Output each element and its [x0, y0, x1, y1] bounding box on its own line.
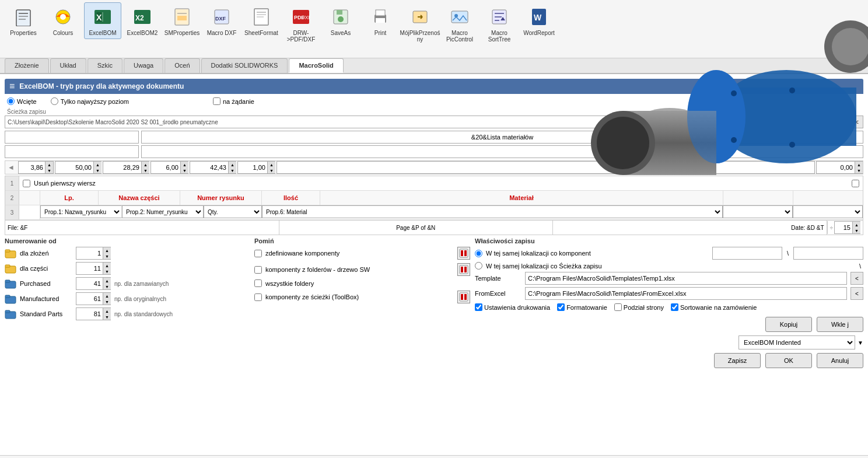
spin-input-8[interactable] — [817, 162, 855, 173]
check-sort-input[interactable] — [671, 303, 678, 311]
num-purchased-up[interactable]: ▲ — [103, 278, 111, 284]
tab-zlozenie[interactable]: Złożenie — [5, 58, 49, 73]
spin-2-down[interactable]: ▼ — [93, 167, 102, 173]
num-standard-down[interactable]: ▼ — [103, 314, 111, 320]
pomij-btn-1[interactable] — [457, 263, 470, 276]
spin-8-up[interactable]: ▲ — [855, 162, 863, 167]
spin-8-down[interactable]: ▼ — [855, 167, 863, 173]
zapisz-btn[interactable]: Zapisz — [714, 353, 761, 368]
radio-najwyzszy[interactable] — [51, 97, 58, 105]
check-zadanie[interactable] — [213, 97, 220, 105]
toolbar-smproperties[interactable]: SMProperties — [163, 2, 201, 39]
check-format-input[interactable] — [557, 303, 565, 311]
wklej-btn[interactable]: Wkle j — [817, 317, 863, 332]
tab-ocen[interactable]: Oceń — [164, 58, 200, 73]
loc1-input1[interactable] — [712, 247, 782, 260]
spin-6-down[interactable]: ▼ — [267, 167, 275, 173]
pomij-btn-3[interactable] — [457, 291, 470, 303]
spin-3-down[interactable]: ▼ — [141, 167, 149, 173]
spin-3-up[interactable]: ▲ — [141, 162, 149, 167]
spin-input-5[interactable] — [190, 162, 228, 173]
pomij-check-0[interactable] — [254, 250, 262, 257]
num-zlozen-down[interactable]: ▼ — [103, 253, 111, 259]
toolbar-macro-sort[interactable]: Macro SortTree — [481, 2, 518, 46]
num-czesci-up[interactable]: ▲ — [103, 263, 111, 268]
fromexcel-input[interactable] — [525, 287, 847, 300]
toolbar-macro-pic[interactable]: Macro PicControl — [441, 2, 478, 46]
spin-4-down[interactable]: ▼ — [180, 167, 188, 173]
spin-5-down[interactable]: ▼ — [228, 167, 236, 173]
toolbar-colours[interactable]: Colours — [44, 2, 82, 39]
row3-material[interactable]: Prop.6: Material — [262, 205, 723, 218]
spin-input-2[interactable] — [55, 162, 93, 173]
tab-uwaga[interactable]: Uwaga — [124, 58, 163, 73]
check-druk-input[interactable] — [475, 303, 482, 311]
check-podzial-input[interactable] — [614, 303, 622, 311]
num-purchased-input[interactable] — [76, 278, 103, 289]
format-input-3[interactable] — [5, 145, 139, 158]
row3-qty[interactable]: Qty. — [204, 205, 262, 218]
num-manufactured-input[interactable] — [76, 293, 103, 305]
toolbar-saveas[interactable]: SaveAs — [322, 2, 359, 39]
tab-dodatki[interactable]: Dodatki SOLIDWORKS — [201, 58, 288, 73]
num-standard-up[interactable]: ▲ — [103, 308, 111, 314]
format-input-title[interactable] — [141, 131, 863, 144]
toolbar-properties[interactable]: Properties — [5, 2, 42, 39]
toolbar-excelbom[interactable]: X ExcelBOM — [84, 2, 121, 39]
pomij-check-1[interactable] — [254, 266, 262, 274]
spin-4-up[interactable]: ▲ — [180, 162, 188, 167]
tab-uklad[interactable]: Układ — [50, 58, 86, 73]
num-czesci-down[interactable]: ▼ — [103, 268, 111, 274]
pomij-check-3[interactable] — [254, 293, 262, 301]
template-browse-btn[interactable]: < — [850, 272, 863, 285]
path-browse-btn[interactable]: < — [850, 116, 863, 128]
toolbar-drw-pdf[interactable]: PDFDXF DRW->PDF/DXF — [282, 2, 320, 46]
num-manufactured-down[interactable]: ▼ — [103, 299, 111, 305]
row1-checkbox-right[interactable] — [852, 180, 859, 187]
pomij-btn-0[interactable] — [457, 247, 470, 260]
num-czesci-input[interactable] — [76, 263, 103, 274]
toolbar-mojplik[interactable]: MójPlikPrzenoś ny — [401, 2, 439, 46]
num-zlozen-input[interactable] — [76, 247, 103, 259]
radio-wciete[interactable] — [7, 97, 15, 105]
toolbar-wordreport[interactable]: W WordReport — [520, 2, 558, 39]
ok-btn[interactable]: OK — [765, 353, 812, 368]
row3-extra2[interactable] — [793, 205, 863, 218]
spin-input-1[interactable] — [19, 162, 45, 173]
format-input-1[interactable] — [5, 131, 139, 144]
num-manufactured-up[interactable]: ▲ — [103, 293, 111, 299]
kopiuj-btn[interactable]: Kopiuj — [765, 317, 812, 332]
format-input-4[interactable] — [141, 145, 863, 158]
pf-num-up[interactable]: ▲ — [852, 222, 860, 228]
pf-num-input[interactable] — [835, 222, 852, 233]
spin-1-down[interactable]: ▼ — [45, 167, 53, 173]
pomij-check-2[interactable] — [254, 279, 262, 287]
toolbar-macro-dxf[interactable]: DXF Macro DXF — [203, 2, 240, 39]
template-input[interactable] — [525, 272, 847, 285]
num-zlozen-up[interactable]: ▲ — [103, 247, 111, 253]
toolbar-print[interactable]: Print — [362, 2, 399, 39]
tab-macrosolid[interactable]: MacroSolid — [289, 58, 343, 73]
sciezka-input[interactable] — [5, 116, 849, 128]
tab-szkic[interactable]: Szkic — [88, 58, 123, 73]
row3-prop1[interactable]: Prop.1: Nazwa_rysunku — [40, 205, 122, 218]
num-standard-input[interactable] — [76, 308, 103, 320]
spin-input-4[interactable] — [151, 162, 180, 173]
radio-sciezka[interactable] — [475, 262, 482, 270]
fromexcel-browse-btn[interactable]: < — [850, 287, 863, 300]
loc1-input2[interactable] — [793, 247, 863, 260]
toolbar-sheetformat[interactable]: SheetFormat — [243, 2, 280, 39]
spin-2-up[interactable]: ▲ — [93, 162, 102, 167]
spin-6-up[interactable]: ▲ — [267, 162, 275, 167]
spin-input-7[interactable] — [277, 162, 814, 173]
row3-prop2[interactable]: Prop.2: Numer_rysunku — [122, 205, 204, 218]
excelbom-dropdown[interactable]: ExcelBOM Indented — [738, 335, 855, 349]
row1-checkbox[interactable] — [23, 180, 30, 187]
anuluj-btn[interactable]: Anuluj — [817, 353, 863, 368]
radio-komponent[interactable] — [475, 250, 482, 257]
toolbar-excelbom2[interactable]: X2 ExcelBOM2 — [124, 2, 161, 39]
spin-input-6[interactable] — [238, 162, 267, 173]
pf-num-down[interactable]: ▼ — [852, 228, 860, 233]
spin-input-3[interactable] — [103, 162, 141, 173]
num-purchased-down[interactable]: ▼ — [103, 284, 111, 289]
